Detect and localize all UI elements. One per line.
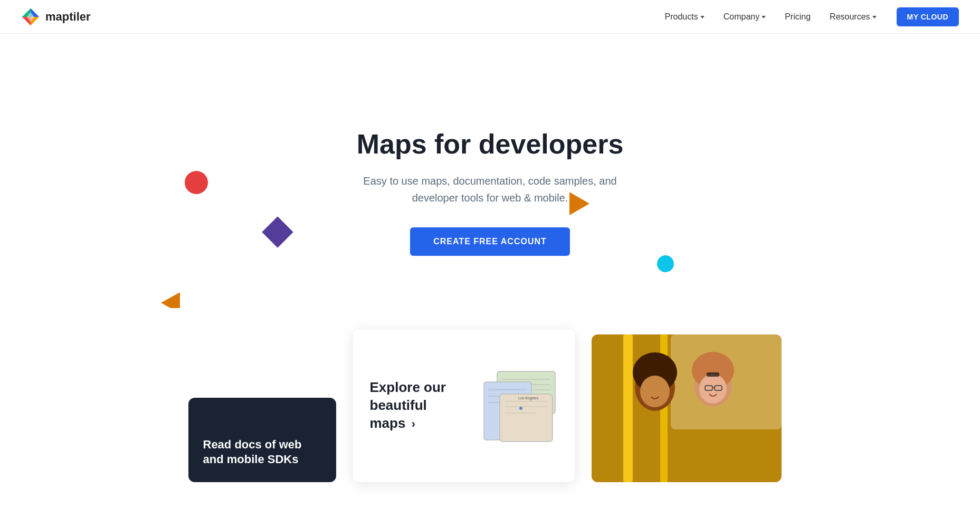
hero-subtitle: Easy to use maps, documentation, code sa…	[353, 172, 627, 206]
hero-title: Maps for developers	[357, 128, 624, 160]
yellow-triangle-left-decoration	[161, 292, 180, 308]
red-circle-decoration	[185, 171, 208, 194]
nav-menu: Products Company Pricing Resources MY CL…	[658, 7, 959, 26]
products-chevron-icon	[700, 16, 705, 18]
company-chevron-icon	[762, 16, 766, 18]
cards-section: Read docs of web and mobile SDKs Explore…	[0, 308, 980, 508]
svg-text:Los Angeles: Los Angeles	[518, 396, 539, 400]
create-account-button[interactable]: CREATE FREE ACCOUNT	[410, 227, 570, 256]
nav-pricing[interactable]: Pricing	[777, 8, 818, 26]
sdk-card-text: Read docs of web and mobile SDKs	[203, 437, 321, 467]
svg-point-15	[519, 407, 522, 410]
nav-resources[interactable]: Resources	[822, 8, 883, 26]
my-cloud-button[interactable]: MY CLOUD	[897, 7, 959, 26]
explore-card[interactable]: Explore our beautiful maps ›	[353, 329, 575, 482]
cyan-circle-decoration	[657, 255, 674, 272]
explore-arrow-icon: ›	[412, 417, 415, 430]
nav-products[interactable]: Products	[658, 8, 712, 26]
explore-card-text: Explore our beautiful maps ›	[370, 379, 455, 432]
nav-company[interactable]: Company	[716, 8, 773, 26]
svg-point-22	[640, 376, 670, 407]
purple-diamond-decoration	[262, 216, 293, 247]
people-photo-svg	[592, 334, 782, 482]
logo-icon	[21, 7, 40, 26]
svg-point-25	[699, 374, 727, 404]
hero-section: Maps for developers Easy to use maps, do…	[0, 34, 980, 308]
map-devices-svg: Los Angeles	[468, 369, 558, 445]
svg-rect-17	[623, 334, 633, 482]
photo-card-image	[592, 334, 782, 482]
logo-text: maptiler	[45, 10, 91, 24]
photo-card[interactable]	[592, 334, 782, 482]
svg-rect-29	[707, 372, 719, 377]
sdk-card[interactable]: Read docs of web and mobile SDKs	[188, 398, 336, 482]
resources-chevron-icon	[872, 16, 877, 18]
svg-rect-10	[500, 394, 553, 442]
navbar: maptiler Products Company Pricing Resour…	[0, 0, 980, 34]
explore-card-image: Los Angeles	[468, 369, 558, 443]
logo[interactable]: maptiler	[21, 7, 91, 26]
